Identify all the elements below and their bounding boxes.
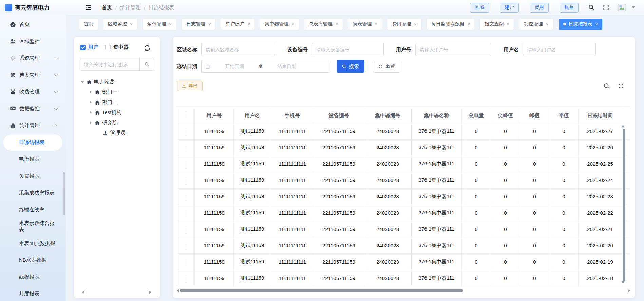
- tab-close-icon[interactable]: ×: [507, 22, 509, 26]
- user-checkbox-label[interactable]: 用户: [88, 44, 98, 50]
- reset-button[interactable]: 重置: [373, 60, 400, 73]
- create-account-button[interactable]: 建户: [500, 3, 519, 13]
- tab-close-icon[interactable]: ×: [595, 22, 598, 26]
- breadcrumb-stats[interactable]: 统计管理: [120, 4, 140, 11]
- row-checkbox[interactable]: [186, 161, 186, 167]
- breadcrumb-home[interactable]: 首页: [102, 4, 112, 11]
- tree-search-button[interactable]: [139, 58, 154, 70]
- tree-node-研究院[interactable]: 研究院: [80, 118, 154, 128]
- table-scroll-up-arrow[interactable]: [621, 125, 625, 127]
- table-scroll-down-arrow[interactable]: [621, 281, 625, 284]
- select-all-checkbox[interactable]: [186, 112, 186, 119]
- sidebar-subitem-电流报表[interactable]: 电流报表: [0, 151, 66, 168]
- tree-node-部门一[interactable]: 部门一: [80, 87, 154, 97]
- sidebar-item-收费管理[interactable]: 收费管理: [0, 84, 66, 101]
- sidebar-subitem-NB水表数据[interactable]: NB水表数据: [0, 252, 66, 269]
- tab-close-icon[interactable]: ×: [291, 22, 294, 26]
- sidebar-item-统计管理[interactable]: 统计管理: [0, 117, 66, 134]
- hscroll-left-arrow[interactable]: [177, 289, 179, 293]
- row-checkbox[interactable]: [186, 210, 186, 216]
- tab-close-icon[interactable]: ×: [375, 22, 378, 26]
- hscroll-right-arrow[interactable]: [628, 289, 630, 293]
- tree-node-电力收费[interactable]: 电力收费: [80, 77, 154, 87]
- fee-button[interactable]: 费用: [530, 3, 549, 13]
- bill-button[interactable]: 账单: [560, 3, 579, 13]
- menu-collapse-icon[interactable]: [85, 4, 92, 11]
- tab-close-icon[interactable]: ×: [248, 22, 250, 26]
- tab-费用管理[interactable]: 费用管理×: [387, 19, 421, 30]
- tree-scroll-right-arrow[interactable]: [149, 290, 151, 294]
- row-checkbox[interactable]: [186, 144, 186, 151]
- sidebar-subitem-日冻结报表[interactable]: 日冻结报表: [3, 134, 62, 151]
- row-checkbox[interactable]: [186, 259, 186, 265]
- sidebar-subitem-采集成功率报表[interactable]: 采集成功率报表: [0, 184, 66, 201]
- tree-caret-right-icon[interactable]: [88, 90, 93, 94]
- tab-close-icon[interactable]: ×: [336, 22, 338, 26]
- row-checkbox[interactable]: [186, 177, 186, 183]
- tab-报文查询[interactable]: 报文查询×: [480, 19, 514, 30]
- row-checkbox[interactable]: [186, 226, 186, 232]
- sidebar-subitem-月度报表[interactable]: 月度报表: [0, 285, 66, 301]
- start-date-input[interactable]: [213, 64, 256, 69]
- concentrator-checkbox-label[interactable]: 集中器: [113, 44, 129, 50]
- tree-caret-right-icon[interactable]: [88, 121, 93, 124]
- tab-集中器管理[interactable]: 集中器管理×: [260, 19, 299, 30]
- tree-node-Test机构[interactable]: Test机构: [80, 107, 154, 118]
- tree-node-部门二[interactable]: 部门二: [80, 97, 154, 107]
- table-vertical-scrollbar[interactable]: [623, 129, 625, 281]
- area-name-input[interactable]: [201, 43, 275, 56]
- tab-close-icon[interactable]: ×: [468, 22, 470, 26]
- end-date-input[interactable]: [265, 64, 308, 69]
- row-checkbox[interactable]: [186, 193, 186, 200]
- search-icon[interactable]: [588, 4, 595, 11]
- fullscreen-icon[interactable]: [603, 4, 609, 11]
- tree-caret-right-icon[interactable]: [88, 111, 93, 114]
- tree-refresh-icon[interactable]: [143, 44, 151, 52]
- tab-首页[interactable]: 首页: [79, 19, 98, 30]
- user-name-input[interactable]: [523, 43, 596, 56]
- avatar-dropdown-caret[interactable]: [632, 6, 635, 8]
- row-checkbox[interactable]: [186, 275, 186, 281]
- sidebar-item-首页[interactable]: 首页: [0, 16, 66, 33]
- tab-close-icon[interactable]: ×: [546, 22, 549, 26]
- user-avatar[interactable]: [617, 2, 635, 13]
- sidebar-subitem-线损报表[interactable]: 线损报表: [0, 269, 66, 286]
- date-range-picker[interactable]: 至: [201, 60, 330, 73]
- region-button[interactable]: 区域: [470, 3, 489, 13]
- sidebar-item-数据监控[interactable]: 数据监控: [0, 101, 66, 118]
- sidebar-item-档案管理[interactable]: 档案管理: [0, 67, 66, 84]
- export-button[interactable]: 导出: [177, 81, 203, 91]
- sidebar-subitem-水表示数综合报表[interactable]: 水表示数综合报表: [0, 218, 66, 235]
- tab-区域监控[interactable]: 区域监控×: [103, 19, 137, 30]
- row-checkbox[interactable]: [186, 242, 186, 249]
- table-horizontal-scrollbar[interactable]: [180, 289, 463, 292]
- tree-scroll-left-arrow[interactable]: [82, 290, 84, 294]
- tab-日冻结报表[interactable]: 日冻结报表×: [559, 19, 603, 30]
- tab-close-icon[interactable]: ×: [208, 22, 211, 26]
- tab-日志管理[interactable]: 日志管理×: [182, 19, 215, 30]
- tree-search-input[interactable]: [80, 61, 139, 67]
- concentrator-checkbox[interactable]: [105, 45, 111, 50]
- refresh-table-icon[interactable]: [618, 83, 624, 89]
- search-button[interactable]: 搜索: [337, 60, 364, 73]
- tree-caret-right-icon[interactable]: [88, 101, 93, 104]
- sidebar-scrollbar[interactable]: [63, 172, 65, 215]
- zoom-search-icon[interactable]: [603, 83, 610, 89]
- tab-角色管理[interactable]: 角色管理×: [143, 19, 176, 30]
- tree-caret-down-icon[interactable]: [80, 81, 85, 83]
- tab-功控管理[interactable]: 功控管理×: [519, 19, 553, 30]
- tab-close-icon[interactable]: ×: [130, 22, 133, 26]
- tab-总表库管理[interactable]: 总表库管理×: [304, 19, 343, 30]
- user-no-input[interactable]: [415, 43, 491, 56]
- device-no-input[interactable]: [312, 43, 384, 56]
- sidebar-subitem-水表48点数据报[interactable]: 水表48点数据报: [0, 235, 66, 252]
- tab-换表管理[interactable]: 换表管理×: [348, 19, 382, 30]
- sidebar-item-区域监控[interactable]: 区域监控: [0, 33, 66, 50]
- tree-node-管理员[interactable]: 管理员: [80, 128, 154, 138]
- sidebar-subitem-终端在线率[interactable]: 终端在线率: [0, 201, 66, 218]
- sidebar-subitem-欠费报表[interactable]: 欠费报表: [0, 168, 66, 185]
- tab-close-icon[interactable]: ×: [414, 22, 417, 26]
- row-checkbox[interactable]: [186, 128, 186, 135]
- user-checkbox[interactable]: [80, 45, 86, 50]
- tab-close-icon[interactable]: ×: [169, 22, 172, 26]
